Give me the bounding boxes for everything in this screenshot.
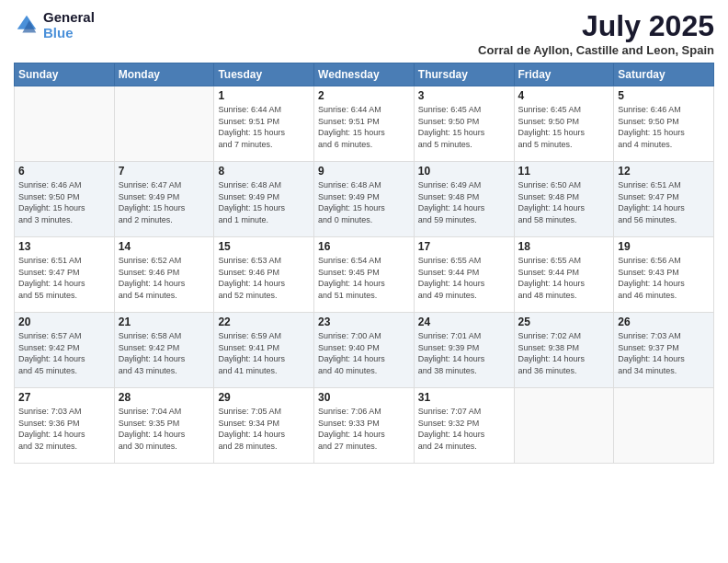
col-header-wednesday: Wednesday: [314, 63, 415, 86]
day-info: Sunrise: 6:58 AM Sunset: 9:42 PM Dayligh…: [119, 330, 210, 376]
calendar-day: 30Sunrise: 7:06 AM Sunset: 9:33 PM Dayli…: [314, 388, 415, 464]
calendar-day: 5Sunrise: 6:46 AM Sunset: 9:50 PM Daylig…: [614, 86, 714, 162]
day-number: 26: [618, 316, 710, 328]
calendar-day: 31Sunrise: 7:07 AM Sunset: 9:32 PM Dayli…: [414, 388, 514, 464]
day-number: 7: [119, 165, 210, 178]
day-info: Sunrise: 7:01 AM Sunset: 9:39 PM Dayligh…: [418, 330, 510, 376]
calendar-day: 29Sunrise: 7:05 AM Sunset: 9:34 PM Dayli…: [214, 388, 314, 464]
day-info: Sunrise: 6:48 AM Sunset: 9:49 PM Dayligh…: [318, 179, 410, 225]
day-info: Sunrise: 6:56 AM Sunset: 9:43 PM Dayligh…: [618, 255, 710, 301]
day-number: 31: [418, 391, 510, 404]
day-info: Sunrise: 6:44 AM Sunset: 9:51 PM Dayligh…: [318, 104, 410, 150]
day-number: 8: [218, 165, 310, 178]
day-number: 17: [418, 240, 510, 253]
day-number: 23: [318, 316, 410, 328]
calendar-day: [114, 86, 214, 162]
day-info: Sunrise: 7:03 AM Sunset: 9:36 PM Dayligh…: [18, 406, 110, 452]
day-number: 16: [318, 240, 410, 253]
day-number: 6: [18, 165, 110, 178]
day-number: 29: [218, 391, 310, 404]
calendar-day: 23Sunrise: 7:00 AM Sunset: 9:40 PM Dayli…: [314, 313, 415, 388]
col-header-sunday: Sunday: [15, 63, 115, 86]
day-info: Sunrise: 7:07 AM Sunset: 9:32 PM Dayligh…: [418, 406, 510, 452]
calendar-day: 22Sunrise: 6:59 AM Sunset: 9:41 PM Dayli…: [214, 313, 314, 388]
col-header-thursday: Thursday: [414, 63, 514, 86]
day-number: 11: [518, 165, 610, 178]
day-number: 25: [518, 316, 610, 328]
calendar-header-row: SundayMondayTuesdayWednesdayThursdayFrid…: [15, 63, 714, 86]
day-number: 27: [18, 391, 110, 404]
calendar-day: 8Sunrise: 6:48 AM Sunset: 9:49 PM Daylig…: [214, 162, 314, 237]
day-info: Sunrise: 6:59 AM Sunset: 9:41 PM Dayligh…: [218, 330, 310, 376]
calendar-week-2: 6Sunrise: 6:46 AM Sunset: 9:50 PM Daylig…: [15, 162, 714, 237]
day-number: 15: [218, 240, 310, 253]
day-info: Sunrise: 6:44 AM Sunset: 9:51 PM Dayligh…: [218, 104, 310, 150]
logo-icon: [14, 12, 40, 38]
calendar-day: 27Sunrise: 7:03 AM Sunset: 9:36 PM Dayli…: [15, 388, 115, 464]
calendar-day: 24Sunrise: 7:01 AM Sunset: 9:39 PM Dayli…: [414, 313, 514, 388]
calendar-day: 11Sunrise: 6:50 AM Sunset: 9:48 PM Dayli…: [514, 162, 614, 237]
calendar-day: 26Sunrise: 7:03 AM Sunset: 9:37 PM Dayli…: [614, 313, 714, 388]
calendar-day: 21Sunrise: 6:58 AM Sunset: 9:42 PM Dayli…: [114, 313, 214, 388]
col-header-saturday: Saturday: [614, 63, 714, 86]
calendar-day: 2Sunrise: 6:44 AM Sunset: 9:51 PM Daylig…: [314, 86, 415, 162]
day-info: Sunrise: 6:51 AM Sunset: 9:47 PM Dayligh…: [618, 179, 710, 225]
calendar-day: 10Sunrise: 6:49 AM Sunset: 9:48 PM Dayli…: [414, 162, 514, 237]
calendar-day: 7Sunrise: 6:47 AM Sunset: 9:49 PM Daylig…: [114, 162, 214, 237]
subtitle: Corral de Ayllon, Castille and Leon, Spa…: [478, 43, 714, 57]
calendar-day: 13Sunrise: 6:51 AM Sunset: 9:47 PM Dayli…: [15, 237, 115, 313]
calendar-day: 6Sunrise: 6:46 AM Sunset: 9:50 PM Daylig…: [15, 162, 115, 237]
day-info: Sunrise: 7:06 AM Sunset: 9:33 PM Dayligh…: [318, 406, 410, 452]
calendar-week-5: 27Sunrise: 7:03 AM Sunset: 9:36 PM Dayli…: [15, 388, 714, 464]
calendar-day: 4Sunrise: 6:45 AM Sunset: 9:50 PM Daylig…: [514, 86, 614, 162]
title-block: July 2025 Corral de Ayllon, Castille and…: [478, 9, 714, 57]
day-info: Sunrise: 6:46 AM Sunset: 9:50 PM Dayligh…: [618, 104, 710, 150]
header: General Blue July 2025 Corral de Ayllon,…: [14, 9, 714, 57]
calendar-day: 16Sunrise: 6:54 AM Sunset: 9:45 PM Dayli…: [314, 237, 415, 313]
day-info: Sunrise: 6:46 AM Sunset: 9:50 PM Dayligh…: [18, 179, 110, 225]
calendar-day: 18Sunrise: 6:55 AM Sunset: 9:44 PM Dayli…: [514, 237, 614, 313]
day-number: 10: [418, 165, 510, 178]
col-header-friday: Friday: [514, 63, 614, 86]
day-number: 24: [418, 316, 510, 328]
day-info: Sunrise: 6:53 AM Sunset: 9:46 PM Dayligh…: [218, 255, 310, 301]
calendar-week-1: 1Sunrise: 6:44 AM Sunset: 9:51 PM Daylig…: [15, 86, 714, 162]
day-number: 22: [218, 316, 310, 328]
day-number: 4: [518, 89, 610, 102]
calendar-day: [514, 388, 614, 464]
calendar-day: 28Sunrise: 7:04 AM Sunset: 9:35 PM Dayli…: [114, 388, 214, 464]
calendar-week-3: 13Sunrise: 6:51 AM Sunset: 9:47 PM Dayli…: [15, 237, 714, 313]
day-info: Sunrise: 6:48 AM Sunset: 9:49 PM Dayligh…: [218, 179, 310, 225]
day-info: Sunrise: 6:51 AM Sunset: 9:47 PM Dayligh…: [18, 255, 110, 301]
day-info: Sunrise: 6:50 AM Sunset: 9:48 PM Dayligh…: [518, 179, 610, 225]
calendar-table: SundayMondayTuesdayWednesdayThursdayFrid…: [14, 63, 714, 464]
day-number: 14: [119, 240, 210, 253]
page: General Blue July 2025 Corral de Ayllon,…: [0, 0, 728, 563]
day-number: 12: [618, 165, 710, 178]
day-number: 13: [18, 240, 110, 253]
day-info: Sunrise: 6:45 AM Sunset: 9:50 PM Dayligh…: [418, 104, 510, 150]
calendar-day: 1Sunrise: 6:44 AM Sunset: 9:51 PM Daylig…: [214, 86, 314, 162]
calendar-day: 12Sunrise: 6:51 AM Sunset: 9:47 PM Dayli…: [614, 162, 714, 237]
day-number: 5: [618, 89, 710, 102]
col-header-monday: Monday: [114, 63, 214, 86]
calendar-day: [614, 388, 714, 464]
calendar-day: 25Sunrise: 7:02 AM Sunset: 9:38 PM Dayli…: [514, 313, 614, 388]
day-info: Sunrise: 7:03 AM Sunset: 9:37 PM Dayligh…: [618, 330, 710, 376]
calendar-day: 3Sunrise: 6:45 AM Sunset: 9:50 PM Daylig…: [414, 86, 514, 162]
calendar-day: 14Sunrise: 6:52 AM Sunset: 9:46 PM Dayli…: [114, 237, 214, 313]
day-number: 28: [119, 391, 210, 404]
day-info: Sunrise: 6:55 AM Sunset: 9:44 PM Dayligh…: [418, 255, 510, 301]
calendar-day: 9Sunrise: 6:48 AM Sunset: 9:49 PM Daylig…: [314, 162, 415, 237]
logo: General Blue: [14, 9, 95, 40]
main-title: July 2025: [478, 9, 714, 43]
col-header-tuesday: Tuesday: [214, 63, 314, 86]
day-number: 20: [18, 316, 110, 328]
day-number: 18: [518, 240, 610, 253]
day-number: 21: [119, 316, 210, 328]
day-info: Sunrise: 6:57 AM Sunset: 9:42 PM Dayligh…: [18, 330, 110, 376]
day-number: 19: [618, 240, 710, 253]
day-info: Sunrise: 6:49 AM Sunset: 9:48 PM Dayligh…: [418, 179, 510, 225]
calendar-day: [15, 86, 115, 162]
day-info: Sunrise: 6:52 AM Sunset: 9:46 PM Dayligh…: [119, 255, 210, 301]
